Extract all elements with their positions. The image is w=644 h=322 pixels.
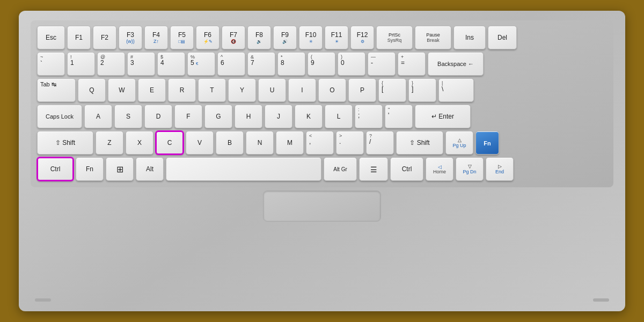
key-f4[interactable]: F4 Z↑ bbox=[144, 26, 168, 49]
key-semicolon[interactable]: : ; bbox=[355, 105, 383, 128]
key-shift-right[interactable]: ⇧ Shift bbox=[396, 131, 443, 155]
key-n[interactable]: N bbox=[246, 131, 274, 155]
key-rbracket[interactable]: } ] bbox=[408, 78, 436, 102]
key-g[interactable]: G bbox=[204, 105, 232, 128]
key-menu[interactable]: ☰ bbox=[359, 157, 388, 181]
speaker-left bbox=[35, 298, 51, 302]
key-r[interactable]: R bbox=[168, 78, 196, 102]
key-x[interactable]: X bbox=[126, 131, 153, 155]
key-d[interactable]: D bbox=[144, 105, 172, 128]
key-i[interactable]: I bbox=[288, 78, 316, 102]
key-4[interactable]: $ 4 bbox=[157, 52, 185, 76]
key-fn[interactable]: Fn bbox=[76, 157, 104, 181]
key-esc[interactable]: Esc bbox=[37, 26, 65, 49]
key-f10[interactable]: F10 ✳ bbox=[299, 26, 323, 49]
key-t[interactable]: T bbox=[198, 78, 226, 102]
laptop-body: Esc F1 F2 F3 (w)) F4 Z↑ F5 □▤ F6 ⚡✎ F7 🔇 bbox=[19, 11, 625, 311]
key-altgr[interactable]: Alt Gr bbox=[324, 157, 357, 181]
key-ctrl-left[interactable]: Ctrl bbox=[37, 157, 74, 181]
key-equals[interactable]: + = bbox=[398, 52, 426, 76]
key-s[interactable]: S bbox=[114, 105, 142, 128]
key-a[interactable]: A bbox=[84, 105, 112, 128]
key-backspace[interactable]: Backspace ← bbox=[428, 52, 484, 76]
key-fn-right[interactable]: Fn bbox=[475, 131, 499, 155]
key-f7[interactable]: F7 🔇 bbox=[222, 26, 245, 49]
key-ins[interactable]: Ins bbox=[453, 26, 486, 49]
shift-row: ⇧ Shift Z X C V B N M < , > . ? / ⇧ Shif… bbox=[37, 131, 607, 155]
key-o[interactable]: O bbox=[318, 78, 346, 102]
key-5[interactable]: % 5 € bbox=[187, 52, 215, 76]
key-m[interactable]: M bbox=[276, 131, 304, 155]
key-backslash[interactable]: | \ bbox=[438, 78, 474, 102]
key-caps-lock[interactable]: Caps Lock bbox=[37, 105, 82, 128]
key-9[interactable]: ( 9 bbox=[308, 52, 335, 76]
key-k[interactable]: K bbox=[295, 105, 323, 128]
fn-row: Esc F1 F2 F3 (w)) F4 Z↑ F5 □▤ F6 ⚡✎ F7 🔇 bbox=[37, 26, 607, 49]
num-row: ~ ` ! 1 @ 2 # 3 $ 4 % 5 € bbox=[37, 52, 607, 76]
key-1[interactable]: ! 1 bbox=[67, 52, 95, 76]
key-f5[interactable]: F5 □▤ bbox=[170, 26, 194, 49]
keyboard: Esc F1 F2 F3 (w)) F4 Z↑ F5 □▤ F6 ⚡✎ F7 🔇 bbox=[31, 20, 613, 187]
key-pause[interactable]: Pause Break bbox=[415, 26, 451, 49]
key-y[interactable]: Y bbox=[228, 78, 256, 102]
key-backtick[interactable]: ~ ` bbox=[37, 52, 65, 76]
key-f2[interactable]: F2 bbox=[93, 26, 116, 49]
key-3[interactable]: # 3 bbox=[127, 52, 155, 76]
key-quote[interactable]: " ' bbox=[385, 105, 413, 128]
key-alt-left[interactable]: Alt bbox=[136, 157, 164, 181]
speaker-right bbox=[593, 298, 609, 302]
ctrl-row: Ctrl Fn ⊞ Alt Alt Gr ☰ Ctrl ◁ H bbox=[37, 157, 607, 181]
key-v[interactable]: V bbox=[186, 131, 214, 155]
key-f3[interactable]: F3 (w)) bbox=[119, 26, 142, 49]
key-minus[interactable]: — - bbox=[368, 52, 396, 76]
trackpad[interactable] bbox=[263, 191, 381, 222]
key-2[interactable]: @ 2 bbox=[97, 52, 125, 76]
key-pgup[interactable]: △ Pg Up bbox=[445, 131, 473, 155]
key-f9[interactable]: F9 🔊 bbox=[273, 26, 297, 49]
key-del[interactable]: Del bbox=[488, 26, 517, 49]
key-prtsc[interactable]: PrtSc SysRq bbox=[376, 26, 413, 49]
key-8[interactable]: * 8 bbox=[277, 52, 305, 76]
key-tab[interactable]: Tab ↹ bbox=[37, 78, 76, 102]
key-7[interactable]: & 7 bbox=[247, 52, 275, 76]
key-f1[interactable]: F1 bbox=[67, 26, 91, 49]
key-j[interactable]: J bbox=[265, 105, 292, 128]
key-comma[interactable]: < , bbox=[306, 131, 334, 155]
tab-row: Tab ↹ Q W E R T Y U I O P { [ } ] | \ bbox=[37, 78, 607, 102]
key-home[interactable]: ◁ Home bbox=[426, 157, 453, 181]
key-b[interactable]: B bbox=[216, 131, 244, 155]
key-h[interactable]: H bbox=[235, 105, 262, 128]
key-w[interactable]: W bbox=[108, 78, 136, 102]
key-slash[interactable]: ? / bbox=[366, 131, 394, 155]
key-f[interactable]: F bbox=[174, 105, 202, 128]
key-f11[interactable]: F11 ☀ bbox=[325, 26, 348, 49]
key-e[interactable]: E bbox=[138, 78, 166, 102]
key-space[interactable] bbox=[166, 157, 321, 181]
key-ctrl-right[interactable]: Ctrl bbox=[390, 157, 423, 181]
key-l[interactable]: L bbox=[325, 105, 353, 128]
caps-row: Caps Lock A S D F G H J K L : ; " ' ↵ En… bbox=[37, 105, 607, 128]
key-6[interactable]: ^ 6 bbox=[217, 52, 245, 76]
key-p[interactable]: P bbox=[348, 78, 376, 102]
key-z[interactable]: Z bbox=[96, 131, 123, 155]
key-c[interactable]: C bbox=[156, 131, 184, 155]
key-period[interactable]: > . bbox=[336, 131, 364, 155]
key-end[interactable]: ▷ End bbox=[486, 157, 514, 181]
key-lbracket[interactable]: { [ bbox=[378, 78, 406, 102]
bottom-area bbox=[31, 191, 613, 222]
key-enter[interactable]: ↵ Enter bbox=[415, 105, 471, 128]
key-shift-left[interactable]: ⇧ Shift bbox=[37, 131, 93, 155]
key-u[interactable]: U bbox=[258, 78, 286, 102]
key-pgdn[interactable]: ▽ Pg Dn bbox=[456, 157, 484, 181]
key-q[interactable]: Q bbox=[78, 78, 106, 102]
key-f8[interactable]: F8 🔉 bbox=[247, 26, 271, 49]
key-f6[interactable]: F6 ⚡✎ bbox=[196, 26, 219, 49]
key-win[interactable]: ⊞ bbox=[106, 157, 134, 181]
key-0[interactable]: ) 0 bbox=[338, 52, 365, 76]
key-f12[interactable]: F12 ⚙ bbox=[350, 26, 374, 49]
